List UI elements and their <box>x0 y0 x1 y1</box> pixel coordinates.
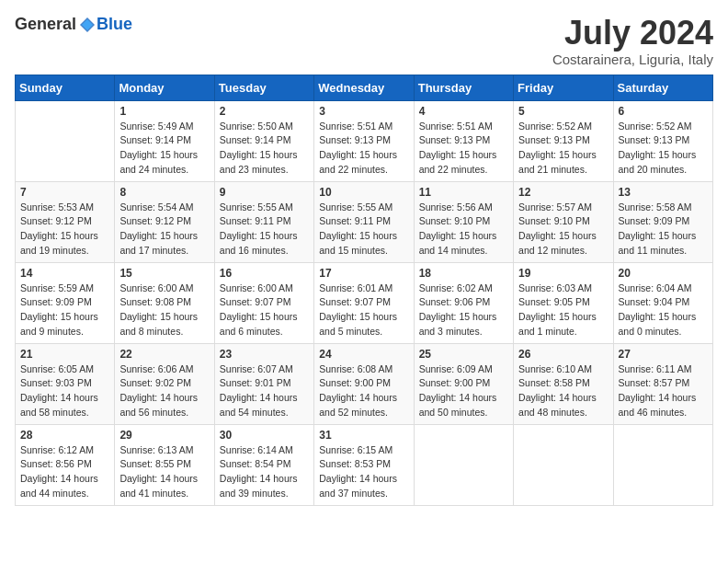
day-info: Sunrise: 6:01 AM Sunset: 9:07 PM Dayligh… <box>319 282 408 339</box>
day-number: 11 <box>419 186 508 199</box>
logo: General Blue <box>15 15 132 34</box>
day-header-thursday: Thursday <box>414 75 513 100</box>
calendar-cell: 11Sunrise: 5:56 AM Sunset: 9:10 PM Dayli… <box>414 181 513 262</box>
calendar-cell: 26Sunrise: 6:10 AM Sunset: 8:58 PM Dayli… <box>514 343 613 424</box>
day-info: Sunrise: 6:05 AM Sunset: 9:03 PM Dayligh… <box>20 362 109 420</box>
day-number: 19 <box>518 267 608 280</box>
week-row-5: 28Sunrise: 6:12 AM Sunset: 8:56 PM Dayli… <box>16 424 713 505</box>
calendar-cell: 7Sunrise: 5:53 AM Sunset: 9:12 PM Daylig… <box>16 181 115 262</box>
day-info: Sunrise: 5:52 AM Sunset: 9:13 PM Dayligh… <box>619 120 708 178</box>
calendar-cell: 8Sunrise: 5:54 AM Sunset: 9:12 PM Daylig… <box>115 181 214 262</box>
day-number: 15 <box>119 267 209 280</box>
calendar-cell: 9Sunrise: 5:55 AM Sunset: 9:11 PM Daylig… <box>214 181 313 262</box>
day-number: 20 <box>619 267 708 280</box>
day-info: Sunrise: 6:10 AM Sunset: 8:58 PM Dayligh… <box>518 362 608 420</box>
calendar-cell: 1Sunrise: 5:49 AM Sunset: 9:14 PM Daylig… <box>115 100 214 181</box>
day-number: 7 <box>20 186 109 199</box>
week-row-1: 1Sunrise: 5:49 AM Sunset: 9:14 PM Daylig… <box>16 100 713 181</box>
day-number: 6 <box>619 105 708 118</box>
calendar-cell: 25Sunrise: 6:09 AM Sunset: 9:00 PM Dayli… <box>414 343 513 424</box>
day-header-saturday: Saturday <box>613 75 712 100</box>
calendar-cell: 13Sunrise: 5:58 AM Sunset: 9:09 PM Dayli… <box>613 181 712 262</box>
calendar-cell: 24Sunrise: 6:08 AM Sunset: 9:00 PM Dayli… <box>314 343 414 424</box>
calendar-cell: 6Sunrise: 5:52 AM Sunset: 9:13 PM Daylig… <box>613 100 712 181</box>
calendar-cell: 3Sunrise: 5:51 AM Sunset: 9:13 PM Daylig… <box>314 100 414 181</box>
week-row-2: 7Sunrise: 5:53 AM Sunset: 9:12 PM Daylig… <box>16 181 713 262</box>
calendar-cell: 28Sunrise: 6:12 AM Sunset: 8:56 PM Dayli… <box>16 424 115 505</box>
day-header-friday: Friday <box>514 75 613 100</box>
day-number: 9 <box>220 186 309 199</box>
day-number: 23 <box>220 348 309 361</box>
day-number: 17 <box>319 267 408 280</box>
day-info: Sunrise: 6:07 AM Sunset: 9:01 PM Dayligh… <box>220 362 309 420</box>
logo-text-blue: Blue <box>97 15 132 34</box>
day-number: 5 <box>518 105 608 118</box>
day-number: 25 <box>419 348 508 361</box>
day-number: 12 <box>518 186 608 199</box>
calendar-cell: 16Sunrise: 6:00 AM Sunset: 9:07 PM Dayli… <box>214 262 313 343</box>
day-info: Sunrise: 6:03 AM Sunset: 9:05 PM Dayligh… <box>518 282 608 339</box>
day-number: 8 <box>119 186 209 199</box>
calendar-cell: 23Sunrise: 6:07 AM Sunset: 9:01 PM Dayli… <box>214 343 313 424</box>
day-info: Sunrise: 6:14 AM Sunset: 8:54 PM Dayligh… <box>220 443 309 501</box>
logo-text-general: General <box>15 15 76 34</box>
day-info: Sunrise: 5:59 AM Sunset: 9:09 PM Dayligh… <box>20 282 109 339</box>
day-info: Sunrise: 6:04 AM Sunset: 9:04 PM Dayligh… <box>619 282 708 339</box>
day-number: 10 <box>319 186 408 199</box>
location-subtitle: Costarainera, Liguria, Italy <box>552 52 713 67</box>
day-number: 22 <box>119 348 209 361</box>
day-number: 2 <box>220 105 309 118</box>
svg-marker-1 <box>82 19 93 30</box>
calendar-cell: 27Sunrise: 6:11 AM Sunset: 8:57 PM Dayli… <box>613 343 712 424</box>
day-info: Sunrise: 5:56 AM Sunset: 9:10 PM Dayligh… <box>419 201 508 259</box>
day-number: 4 <box>419 105 508 118</box>
calendar-cell: 21Sunrise: 6:05 AM Sunset: 9:03 PM Dayli… <box>16 343 115 424</box>
day-info: Sunrise: 6:09 AM Sunset: 9:00 PM Dayligh… <box>419 362 508 420</box>
day-number: 31 <box>319 429 408 442</box>
calendar-cell: 17Sunrise: 6:01 AM Sunset: 9:07 PM Dayli… <box>314 262 414 343</box>
day-info: Sunrise: 6:15 AM Sunset: 8:53 PM Dayligh… <box>319 443 408 501</box>
calendar-table: SundayMondayTuesdayWednesdayThursdayFrid… <box>15 75 713 506</box>
calendar-cell: 29Sunrise: 6:13 AM Sunset: 8:55 PM Dayli… <box>115 424 214 505</box>
calendar-cell: 10Sunrise: 5:55 AM Sunset: 9:11 PM Dayli… <box>314 181 414 262</box>
day-info: Sunrise: 5:51 AM Sunset: 9:13 PM Dayligh… <box>319 120 408 178</box>
week-row-4: 21Sunrise: 6:05 AM Sunset: 9:03 PM Dayli… <box>16 343 713 424</box>
day-number: 28 <box>20 429 109 442</box>
day-info: Sunrise: 5:50 AM Sunset: 9:14 PM Dayligh… <box>220 120 309 178</box>
calendar-cell: 2Sunrise: 5:50 AM Sunset: 9:14 PM Daylig… <box>214 100 313 181</box>
day-info: Sunrise: 6:02 AM Sunset: 9:06 PM Dayligh… <box>419 282 508 339</box>
day-info: Sunrise: 5:57 AM Sunset: 9:10 PM Dayligh… <box>518 201 608 259</box>
days-header-row: SundayMondayTuesdayWednesdayThursdayFrid… <box>16 75 713 100</box>
day-info: Sunrise: 6:13 AM Sunset: 8:55 PM Dayligh… <box>119 443 209 501</box>
calendar-cell <box>16 100 115 181</box>
week-row-3: 14Sunrise: 5:59 AM Sunset: 9:09 PM Dayli… <box>16 262 713 343</box>
day-header-monday: Monday <box>115 75 214 100</box>
logo-icon <box>78 16 97 34</box>
day-number: 21 <box>20 348 109 361</box>
day-info: Sunrise: 5:55 AM Sunset: 9:11 PM Dayligh… <box>319 201 408 259</box>
day-info: Sunrise: 6:00 AM Sunset: 9:07 PM Dayligh… <box>220 282 309 339</box>
day-number: 24 <box>319 348 408 361</box>
day-info: Sunrise: 5:53 AM Sunset: 9:12 PM Dayligh… <box>20 201 109 259</box>
day-number: 13 <box>619 186 708 199</box>
day-header-sunday: Sunday <box>16 75 115 100</box>
calendar-cell: 30Sunrise: 6:14 AM Sunset: 8:54 PM Dayli… <box>214 424 313 505</box>
calendar-cell <box>613 424 712 505</box>
day-info: Sunrise: 5:51 AM Sunset: 9:13 PM Dayligh… <box>419 120 508 178</box>
day-info: Sunrise: 6:12 AM Sunset: 8:56 PM Dayligh… <box>20 443 109 501</box>
calendar-cell: 4Sunrise: 5:51 AM Sunset: 9:13 PM Daylig… <box>414 100 513 181</box>
calendar-cell <box>414 424 513 505</box>
day-number: 14 <box>20 267 109 280</box>
day-info: Sunrise: 6:06 AM Sunset: 9:02 PM Dayligh… <box>119 362 209 420</box>
calendar-cell: 18Sunrise: 6:02 AM Sunset: 9:06 PM Dayli… <box>414 262 513 343</box>
day-number: 16 <box>220 267 309 280</box>
calendar-cell: 22Sunrise: 6:06 AM Sunset: 9:02 PM Dayli… <box>115 343 214 424</box>
calendar-body: 1Sunrise: 5:49 AM Sunset: 9:14 PM Daylig… <box>16 100 713 505</box>
day-number: 27 <box>619 348 708 361</box>
calendar-cell: 20Sunrise: 6:04 AM Sunset: 9:04 PM Dayli… <box>613 262 712 343</box>
day-info: Sunrise: 5:54 AM Sunset: 9:12 PM Dayligh… <box>119 201 209 259</box>
calendar-cell: 31Sunrise: 6:15 AM Sunset: 8:53 PM Dayli… <box>314 424 414 505</box>
day-header-tuesday: Tuesday <box>214 75 313 100</box>
day-number: 30 <box>220 429 309 442</box>
day-number: 1 <box>119 105 209 118</box>
